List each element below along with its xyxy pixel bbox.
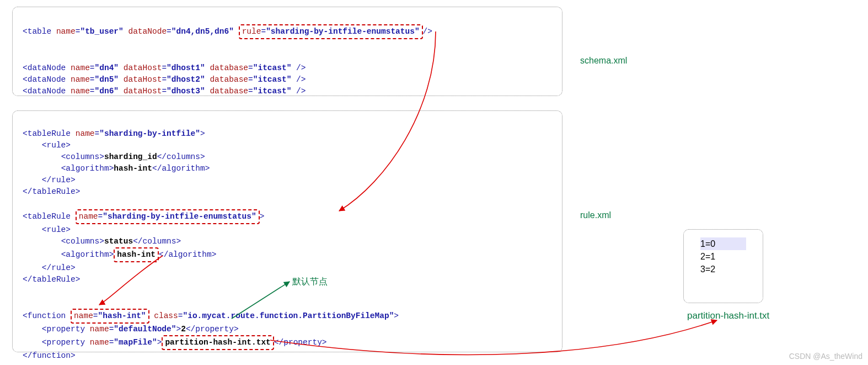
tablerule-name-highlight: name="sharding-by-intfile-enumstatus" (76, 209, 260, 224)
mapfile-highlight: partition-hash-int.txt (162, 335, 274, 350)
algorithm-highlight: hash-int (114, 247, 159, 262)
defaultnode-label: 默认节点 (292, 275, 328, 288)
mapfile-line: 3=2 (700, 263, 746, 276)
watermark: CSDN @As_theWind (789, 351, 862, 362)
schema-label: schema.xml (580, 54, 627, 67)
mapfile-box: 1=0 2=1 3=2 (683, 229, 763, 303)
file-label: partition-hash-int.txt (687, 309, 769, 323)
mapfile-line: 2=1 (700, 250, 746, 263)
schema-box: <table name="tb_user" dataNode="dn4,dn5,… (12, 7, 562, 96)
rule-ref-highlight: rule="sharding-by-intfile-enumstatus" (239, 24, 423, 39)
rule-label: rule.xml (580, 209, 611, 221)
mapfile-line: 1=0 (700, 237, 746, 250)
rule-box: <tableRule name="sharding-by-intfile"> <… (12, 110, 562, 352)
function-name-highlight: name="hash-int" (71, 309, 149, 324)
